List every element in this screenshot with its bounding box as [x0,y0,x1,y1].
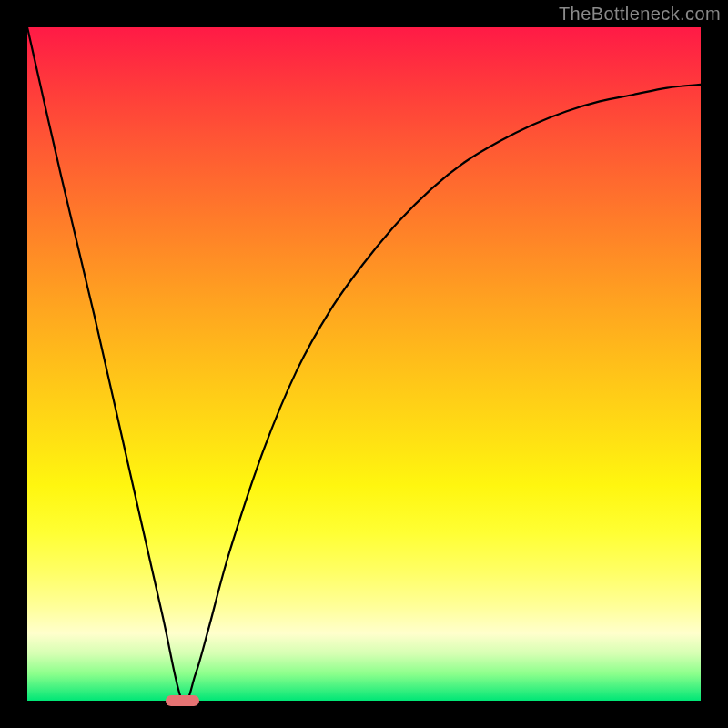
minimum-marker [166,695,199,706]
bottleneck-curve [27,27,701,701]
watermark-text: TheBottleneck.com [559,4,721,25]
chart-frame: TheBottleneck.com [0,0,728,728]
plot-area [27,27,701,701]
